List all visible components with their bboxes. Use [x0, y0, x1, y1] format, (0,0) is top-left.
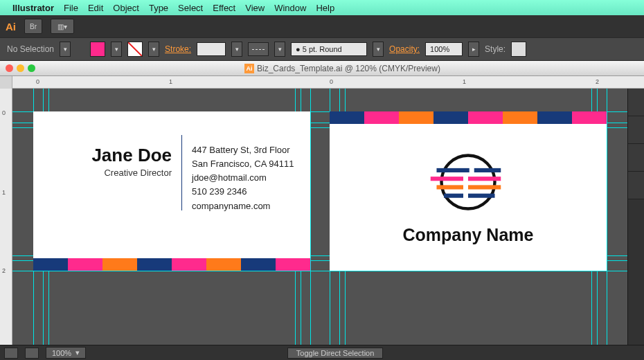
ruler-origin[interactable] [0, 76, 12, 89]
artboard-nav-button[interactable] [4, 348, 18, 359]
menu-file[interactable]: File [64, 3, 78, 13]
svg-rect-5 [437, 185, 464, 189]
ruler-mark: 2 [596, 78, 599, 85]
window-controls [0, 64, 41, 72]
stroke-label[interactable]: Stroke: [165, 44, 191, 54]
ruler-mark: 0 [36, 78, 39, 85]
stripe-pattern [330, 111, 607, 124]
workspace[interactable]: 0 1 2 Jane Doe Creative Director [0, 89, 644, 345]
zoom-window-button[interactable] [28, 64, 35, 72]
menu-select[interactable]: Select [178, 3, 203, 13]
document-title-text: Biz_Cards_Template.ai @ 120% (CMYK/Previ… [257, 64, 440, 73]
vertical-ruler[interactable]: 0 1 2 [0, 89, 12, 345]
guide-horizontal[interactable] [12, 271, 627, 271]
menubar: Illustrator File Edit Object Type Select… [0, 0, 644, 15]
ruler-mark: 1 [2, 189, 6, 196]
panel-dock[interactable] [627, 89, 644, 345]
card-addr1: 447 Battery St, 3rd Floor [192, 143, 296, 157]
variable-width-profile[interactable] [248, 42, 269, 56]
close-window-button[interactable] [6, 64, 13, 72]
share-icon[interactable] [25, 348, 39, 359]
menu-edit[interactable]: Edit [88, 3, 103, 13]
stroke-weight-dropdown[interactable]: ▾ [231, 42, 242, 57]
canvas[interactable]: Jane Doe Creative Director 447 Battery S… [12, 89, 627, 345]
stroke-swatch[interactable] [127, 42, 143, 57]
panel-item[interactable] [628, 172, 644, 199]
document-title: Ai Biz_Cards_Template.ai @ 120% (CMYK/Pr… [244, 64, 440, 73]
stroke-dropdown[interactable]: ▾ [148, 42, 159, 57]
guide-vertical[interactable] [607, 89, 607, 345]
style-label: Style: [485, 44, 506, 54]
company-name: Company Name [403, 225, 534, 245]
control-bar: No Selection ▾ ▾ ▾ Stroke: ▾ ▾ ● 5 pt. R… [0, 37, 644, 61]
opacity-label[interactable]: Opacity: [389, 44, 420, 54]
menu-window[interactable]: Window [274, 3, 306, 13]
artboard-front[interactable]: Jane Doe Creative Director 447 Battery S… [33, 111, 310, 271]
app-toolbar: Ai Br ▥▾ [0, 15, 644, 37]
document-titlebar: Ai Biz_Cards_Template.ai @ 120% (CMYK/Pr… [0, 61, 644, 76]
svg-rect-3 [431, 177, 463, 181]
stripe-pattern [33, 258, 310, 271]
card-phone: 510 239 2346 [192, 185, 296, 199]
fill-swatch[interactable] [90, 42, 105, 57]
selection-dropdown[interactable]: ▾ [60, 42, 71, 57]
card-divider [181, 135, 182, 210]
ruler-mark: 2 [2, 267, 6, 274]
svg-rect-4 [468, 177, 501, 181]
stroke-weight-input[interactable] [197, 42, 226, 56]
tool-hint: Toggle Direct Selection [287, 348, 384, 359]
panel-item[interactable] [628, 144, 644, 172]
menu-type[interactable]: Type [149, 3, 168, 13]
opacity-input[interactable]: 100% [425, 42, 463, 56]
opacity-dropdown[interactable]: ▸ [468, 42, 479, 57]
ai-logo-icon: Ai [6, 21, 16, 33]
card-name: Jane Doe [47, 145, 172, 166]
statusbar: 100%▾ Toggle Direct Selection [0, 345, 644, 360]
minimize-window-button[interactable] [17, 64, 24, 72]
style-swatch[interactable] [511, 42, 526, 57]
guide-vertical[interactable] [310, 89, 311, 345]
card-role: Creative Director [47, 168, 172, 178]
menu-help[interactable]: Help [316, 3, 334, 13]
ruler-mark: 1 [463, 78, 466, 85]
app-name[interactable]: Illustrator [12, 3, 54, 13]
menu-object[interactable]: Object [113, 3, 139, 13]
panel-item[interactable] [628, 89, 644, 116]
svg-rect-8 [468, 194, 495, 198]
svg-rect-6 [468, 185, 501, 189]
ruler-mark: 0 [2, 109, 6, 116]
bridge-button[interactable]: Br [24, 19, 42, 34]
svg-rect-7 [444, 194, 463, 198]
selection-status: No Selection [7, 44, 54, 54]
artboard-back[interactable]: Company Name [330, 111, 607, 271]
ruler-mark: 0 [330, 78, 333, 85]
svg-point-0 [442, 156, 495, 209]
brush-dropdown[interactable]: ▾ [373, 42, 384, 57]
svg-rect-1 [437, 168, 469, 172]
brush-definition-input[interactable]: ● 5 pt. Round [291, 42, 367, 56]
card-email: jdoe@hotmail.com [192, 171, 296, 185]
card-addr2: San Francisco, CA 94111 [192, 157, 296, 171]
menu-view[interactable]: View [245, 3, 265, 13]
card-site: companyname.com [192, 199, 296, 213]
ruler-mark: 1 [169, 78, 172, 85]
fill-dropdown[interactable]: ▾ [111, 42, 122, 57]
menu-effect[interactable]: Effect [213, 3, 235, 13]
zoom-level[interactable]: 100%▾ [46, 347, 86, 359]
svg-rect-2 [474, 168, 501, 172]
company-logo-icon [420, 147, 517, 217]
panel-item[interactable] [628, 116, 644, 144]
width-profile-dropdown[interactable]: ▾ [274, 42, 285, 57]
ai-file-icon: Ai [244, 64, 254, 73]
arrange-documents-button[interactable]: ▥▾ [51, 19, 74, 34]
horizontal-ruler[interactable]: 0 1 0 1 2 [0, 76, 644, 89]
